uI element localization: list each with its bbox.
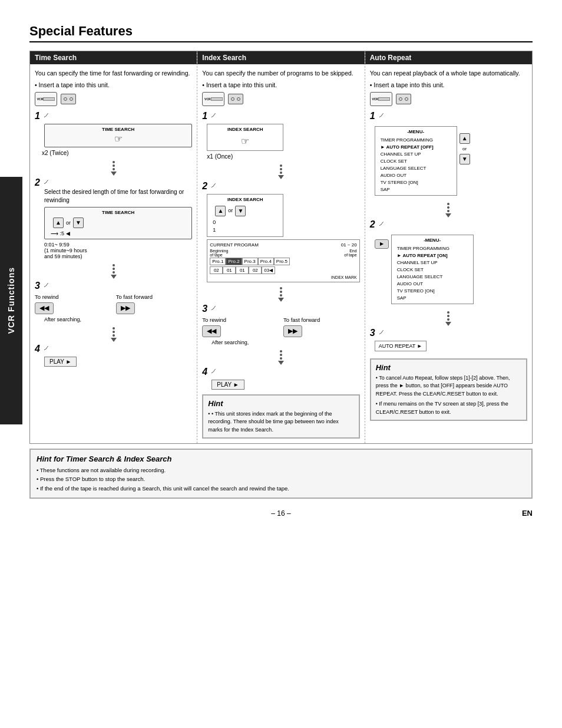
time-rewind-btn[interactable]: ◀◀: [35, 302, 54, 314]
time-step2-time: 0:01~ 9:59(1 minute~9 hoursand 59 minute…: [44, 242, 192, 259]
time-step2: 2 ⟋ Select the desired length of time fo…: [35, 177, 192, 259]
auto-nav-down1[interactable]: ▼: [459, 154, 470, 164]
time-search-column: Time Search You can specify the time for…: [30, 51, 197, 443]
auto-play-btn[interactable]: ▶: [375, 239, 389, 249]
time-fwd-btn[interactable]: ▶▶: [116, 302, 135, 314]
index-dots-2: [202, 287, 359, 302]
index-step3-btns: To rewind ◀◀ To fast forward ▶▶: [202, 317, 359, 337]
auto-step1: 1 ⟋ -MENU- TIMER PROGRAMMING ► AUTO REPE…: [370, 111, 527, 198]
index-step4-play[interactable]: PLAY ►: [211, 380, 244, 390]
auto-dots-1: [370, 203, 527, 218]
time-step4-play[interactable]: PLAY ►: [44, 357, 77, 367]
auto-device-row: VCR: [370, 92, 527, 106]
auto-step2-num: 2: [370, 219, 375, 230]
index-reel-right: [237, 97, 240, 101]
index-search-header: Index Search: [197, 51, 364, 64]
time-nav-up[interactable]: ▲: [53, 218, 64, 228]
time-search-header: Time Search: [30, 51, 197, 64]
bottom-hint-1: • These functions are not available duri…: [37, 466, 525, 475]
index-nav-up[interactable]: ▲: [215, 206, 226, 216]
prog3: Pro.3: [242, 258, 258, 265]
index-fwd-btn[interactable]: ▶▶: [283, 325, 302, 337]
time-rewind-label: To rewind: [35, 294, 111, 300]
num2: 01: [223, 266, 236, 274]
time-step1: 1 ⟋ TIME SEARCH ☞ x2 (Twice): [35, 111, 192, 156]
index-dots-1: [202, 164, 359, 179]
bottom-hint: Hint for Timer Search & Index Search • T…: [29, 449, 533, 499]
tape-reel-left: [64, 97, 67, 101]
time-after-search: After searching,: [44, 317, 192, 322]
auto-tape-icon: [396, 94, 411, 104]
index-rewind-btn[interactable]: ◀◀: [202, 325, 221, 337]
index-step4: 4 ⟋ PLAY ►: [202, 367, 359, 390]
time-dots-3: [35, 327, 192, 342]
language-label: EN: [522, 509, 533, 518]
index-step1-num: 1: [202, 111, 207, 121]
auto-menu1-title: -MENU-: [378, 129, 454, 136]
prog-range: 01 ~ 20: [341, 242, 357, 248]
auto-repeat-header: Auto Repeat: [365, 51, 532, 64]
num5: 03◀: [262, 266, 275, 274]
index-step2-screen: INDEX SEARCH ▲ or ▼ 01: [207, 194, 283, 237]
time-device-row: VCR: [35, 92, 192, 106]
time-step1-label: x2 (Twice): [42, 150, 69, 156]
auto-vcr-icon: VCR: [370, 92, 392, 106]
prog-row: Pro.1 Pro.2 Pro.3 Pro.4 Pro.5: [210, 258, 356, 265]
index-step2: 2 ⟋ INDEX SEARCH ▲ or ▼ 01 CURRENT PROGR…: [202, 181, 359, 282]
time-dots-2: [35, 264, 192, 279]
index-step1-screen: INDEX SEARCH ☞: [207, 124, 283, 151]
index-step3: 3 ⟋ To rewind ◀◀ To fast forward ▶▶ Afte…: [202, 304, 359, 345]
index-rewind-label: To rewind: [202, 317, 279, 323]
auto-hint-1: To cancel Auto Repeat, follow steps [1]-…: [376, 374, 521, 398]
beginning-label: Beginningof tape: [210, 249, 228, 257]
index-step1: 1 ⟋ INDEX SEARCH ☞ x1 (Once): [202, 111, 359, 160]
index-step3-num: 3: [202, 304, 207, 314]
time-search-intro: You can specify the time for fast forwar…: [35, 69, 192, 78]
index-hint-box: Hint • This unit stores index mark at th…: [202, 394, 359, 439]
tape-icon: [61, 94, 76, 104]
auto-reel-left: [399, 97, 402, 101]
page-number: – 16 –: [271, 509, 290, 518]
time-step3-btns: To rewind ◀◀ To fast forward ▶▶: [35, 294, 192, 314]
index-nav-down[interactable]: ▼: [235, 206, 246, 216]
page-title: Special Features: [29, 24, 533, 42]
auto-nav-up1[interactable]: ▲: [459, 133, 470, 144]
time-step1-num: 1: [35, 111, 40, 121]
prog-nums-row: 02 01 01 02 03◀: [210, 266, 356, 274]
time-step2-num: 2: [35, 177, 40, 188]
time-nav-btns: ▲ or ▼: [53, 218, 188, 228]
index-fwd-label: To fast forward: [283, 317, 360, 323]
time-step2-desc: Select the desired length of time for fa…: [44, 188, 192, 205]
auto-step1-menu: -MENU- TIMER PROGRAMMING ► AUTO REPEAT […: [375, 126, 457, 196]
index-search-column: Index Search You can specify the number …: [197, 51, 365, 443]
num4: 02: [249, 266, 262, 274]
num3: 01: [236, 266, 249, 274]
end-label: Endof tape: [344, 249, 356, 257]
index-after-search: After searching,: [211, 340, 359, 345]
prog2: Pro.2: [226, 258, 242, 265]
index-nav-btns: ▲ or ▼: [215, 206, 280, 216]
index-vcr-icon: VCR: [202, 92, 224, 106]
auto-repeat-column: Auto Repeat You can repeat playback of a…: [365, 51, 532, 443]
auto-step2: 2 ⟋ ▶ -MENU- TIMER PROGRAMMING ► AUTO RE…: [370, 219, 527, 307]
index-hint-title: Hint: [208, 399, 353, 408]
prog5: Pro.5: [274, 258, 290, 265]
bottom-hint-title: Hint for Timer Search & Index Search: [37, 454, 525, 463]
bottom-hint-3: • If the end of the tape is reached duri…: [37, 484, 525, 493]
auto-step3: 3 ⟋ AUTO REPEAT ►: [370, 328, 527, 354]
prog1: Pro.1: [210, 258, 226, 265]
auto-reel-right: [405, 97, 408, 101]
index-step2-num: 2: [202, 181, 207, 192]
index-diagram: CURRENT PROGRAM 01 ~ 20 Beginningof tape…: [207, 239, 359, 282]
auto-menu2-title: -MENU-: [395, 237, 470, 244]
index-step1-label: x1 (Once): [207, 153, 359, 160]
auto-hint-box: Hint To cancel Auto Repeat, follow steps…: [370, 358, 527, 421]
current-prog-label: CURRENT PROGRAM: [210, 242, 259, 248]
num1: 02: [210, 266, 223, 274]
auto-dots-2: [370, 311, 527, 326]
index-device-row: VCR: [202, 92, 359, 106]
auto-step3-num: 3: [370, 328, 375, 338]
tape-reel-right: [70, 97, 73, 101]
time-dots-1: [35, 161, 192, 176]
time-nav-down[interactable]: ▼: [73, 218, 84, 228]
